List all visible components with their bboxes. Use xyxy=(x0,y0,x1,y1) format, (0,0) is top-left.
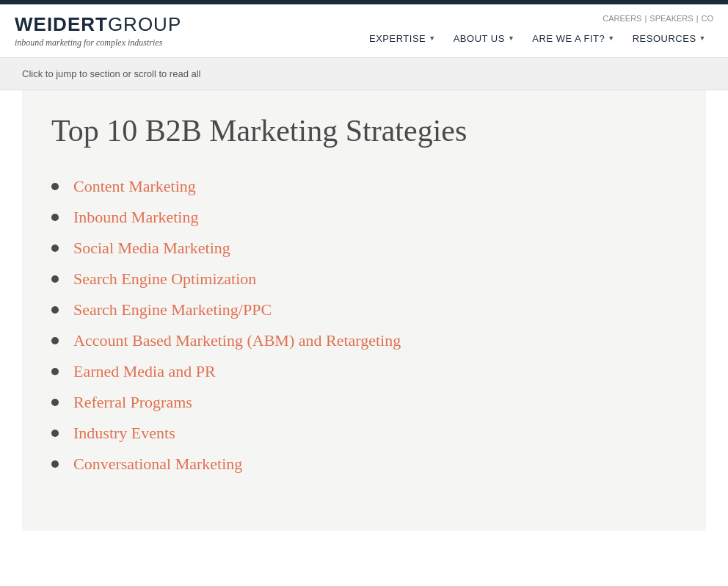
strategy-link-inbound-marketing[interactable]: Inbound Marketing xyxy=(73,208,198,227)
bullet-icon xyxy=(51,214,59,221)
logo-group: GROUP xyxy=(108,13,181,35)
page-title: Top 10 B2B Marketing Strategies xyxy=(51,112,677,149)
jump-bar-text: Click to jump to section or scroll to re… xyxy=(22,68,200,79)
logo-brand: WEIDERT xyxy=(15,13,108,35)
list-item: Conversational Marketing xyxy=(51,449,677,480)
list-item: Social Media Marketing xyxy=(51,233,677,264)
nav-are-we-a-fit[interactable]: ARE WE A FIT? ▼ xyxy=(525,29,622,48)
logo-area: WEIDERTGROUP inbound marketing for compl… xyxy=(15,4,181,57)
strategy-list: Content Marketing Inbound Marketing Soci… xyxy=(51,171,677,480)
strategy-link-social-media[interactable]: Social Media Marketing xyxy=(73,239,230,258)
nav-sep2: | xyxy=(696,14,699,23)
list-item: Earned Media and PR xyxy=(51,356,677,387)
strategy-link-seo[interactable]: Search Engine Optimization xyxy=(73,270,256,289)
bullet-icon xyxy=(51,368,59,375)
main-content: Top 10 B2B Marketing Strategies Content … xyxy=(22,90,706,531)
list-item: Content Marketing xyxy=(51,171,677,202)
bullet-icon xyxy=(51,430,59,437)
jump-bar: Click to jump to section or scroll to re… xyxy=(0,58,728,90)
list-item: Industry Events xyxy=(51,418,677,449)
nav-about-us[interactable]: ABOUT US ▼ xyxy=(446,29,523,48)
strategy-link-referral[interactable]: Referral Programs xyxy=(73,393,192,412)
strategy-link-industry-events[interactable]: Industry Events xyxy=(73,424,175,443)
strategy-link-earned-media[interactable]: Earned Media and PR xyxy=(73,362,216,381)
list-item: Account Based Marketing (ABM) and Retarg… xyxy=(51,325,677,356)
logo-text: WEIDERTGROUP xyxy=(15,13,181,36)
strategy-link-conversational[interactable]: Conversational Marketing xyxy=(73,455,242,474)
nav-speakers[interactable]: SPEAKERS xyxy=(649,14,693,23)
main-nav: EXPERTISE ▼ ABOUT US ▼ ARE WE A FIT? ▼ R… xyxy=(362,29,713,48)
logo-tagline: inbound marketing for complex industries xyxy=(15,37,181,48)
resources-dropdown-arrow: ▼ xyxy=(699,35,706,42)
strategy-link-content-marketing[interactable]: Content Marketing xyxy=(73,177,196,196)
fit-dropdown-arrow: ▼ xyxy=(608,35,614,42)
top-nav: CAREERS | SPEAKERS | CO xyxy=(603,14,713,23)
bullet-icon xyxy=(51,275,59,283)
nav-expertise[interactable]: EXPERTISE ▼ xyxy=(362,29,443,48)
list-item: Referral Programs xyxy=(51,387,677,418)
bullet-icon xyxy=(51,337,59,344)
logo[interactable]: WEIDERTGROUP inbound marketing for compl… xyxy=(15,13,181,48)
nav-resources[interactable]: RESOURCES ▼ xyxy=(625,29,713,48)
expertise-dropdown-arrow: ▼ xyxy=(429,35,435,42)
bullet-icon xyxy=(51,460,59,468)
strategy-link-sem-ppc[interactable]: Search Engine Marketing/PPC xyxy=(73,300,272,319)
bullet-icon xyxy=(51,245,59,252)
about-dropdown-arrow: ▼ xyxy=(508,35,514,42)
nav-co[interactable]: CO xyxy=(702,14,714,23)
nav-sep1: | xyxy=(644,14,647,23)
header: WEIDERTGROUP inbound marketing for compl… xyxy=(0,4,728,58)
list-item: Inbound Marketing xyxy=(51,202,677,233)
bullet-icon xyxy=(51,183,59,190)
bullet-icon xyxy=(51,399,59,406)
list-item: Search Engine Marketing/PPC xyxy=(51,294,677,325)
bullet-icon xyxy=(51,306,59,314)
list-item: Search Engine Optimization xyxy=(51,264,677,294)
header-right: CAREERS | SPEAKERS | CO EXPERTISE ▼ ABOU… xyxy=(362,14,713,48)
strategy-link-abm[interactable]: Account Based Marketing (ABM) and Retarg… xyxy=(73,331,401,350)
nav-careers[interactable]: CAREERS xyxy=(603,14,641,23)
